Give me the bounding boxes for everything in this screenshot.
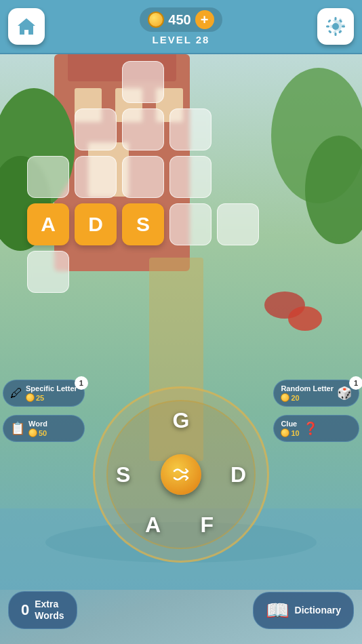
word-cost-num: 50 [39,429,47,437]
wheel-inner-ring: G S D F A [106,400,256,549]
svg-rect-19 [335,33,337,36]
wheel-letter-a: A [145,512,161,538]
specific-letter-badge: 1 [75,376,88,390]
random-cost-num: 20 [291,394,299,402]
powerup-left-group: 1 🖊 Specific Letter 25 📋 Word 50 [3,380,85,450]
specific-letter-info: Specific Letter 25 [26,384,77,402]
wheel-letter-s: S [116,462,130,487]
specific-letter-button[interactable]: 1 🖊 Specific Letter 25 [3,380,85,407]
word-button[interactable]: 📋 Word 50 [3,415,85,442]
wheel-letter-f: F [200,512,214,538]
level-label: LEVEL 28 [153,34,210,45]
grid-cell-2-3 [169,156,212,198]
coin-icon [148,12,164,28]
clue-cost: 10 [281,428,299,437]
grid-row-3: A D S [27,203,259,245]
bottom-bar: 0 ExtraWords 📖 Dictionary [0,576,362,644]
grid-cell-2-2 [122,156,164,198]
word-icon: 📋 [10,421,25,436]
home-icon [16,16,37,37]
settings-icon [325,16,346,37]
grid-cell-1-3 [169,108,212,150]
settings-button[interactable] [317,8,354,45]
svg-rect-22 [327,19,331,23]
svg-rect-20 [326,26,329,28]
grid-row-0 [27,61,259,103]
extra-words-label: ExtraWords [35,599,64,622]
home-button[interactable] [8,8,45,45]
grid-row-2 [27,156,259,198]
header-center: 450 + LEVEL 28 [140,7,222,45]
svg-rect-24 [328,30,332,34]
grid-cell-3-3 [169,203,212,245]
clue-button[interactable]: Clue 10 ❓ [273,415,359,442]
grid-cell-1-2 [122,108,164,150]
dictionary-icon: 📖 [266,599,289,622]
random-letter-icon: 🎲 [337,386,352,401]
grid-cell-4-0 [27,251,69,293]
grid-cell-3-0-a: A [27,203,69,245]
grid-cell-1-1 [75,108,117,150]
cost-coin-icon [26,393,35,402]
random-letter-button[interactable]: 1 Random Letter 20 🎲 [273,380,359,407]
extra-words-button[interactable]: 0 ExtraWords [8,591,77,629]
add-coins-button[interactable]: + [195,10,214,29]
random-letter-badge: 1 [349,376,362,390]
letter-wheel[interactable]: G S D F A [93,386,269,563]
wheel-letter-d: D [230,462,246,487]
specific-letter-cost: 25 [26,393,77,402]
wheel-outer-ring: G S D F A [93,386,269,563]
shuffle-icon [171,464,191,485]
word-info: Word 50 [28,420,47,437]
coin-amount: 450 [168,12,190,28]
shuffle-button[interactable] [161,454,201,495]
grid-cell-2-0 [27,156,69,198]
random-letter-info: Random Letter 20 [281,384,334,402]
grid-cell-2-1 [75,156,117,198]
header: 450 + LEVEL 28 [0,0,362,54]
clue-info: Clue 10 [281,420,299,437]
random-letter-label: Random Letter [281,384,334,393]
word-label: Word [28,420,47,428]
specific-letter-label: Specific Letter [26,384,77,393]
coin-bar: 450 + [140,7,222,32]
clue-icon: ❓ [303,421,318,436]
word-cost: 50 [28,428,47,437]
specific-letter-icon: 🖊 [10,386,22,401]
grid-cell-3-2-s: S [122,203,164,245]
extra-words-count: 0 [21,601,29,619]
clue-cost-num: 10 [291,429,299,437]
grid-row-1 [27,108,259,150]
word-grid: A D S [27,61,259,298]
specific-letter-cost-num: 25 [36,394,44,402]
dictionary-label: Dictionary [295,605,341,616]
grid-row-4 [27,251,259,293]
clue-cost-coin [281,428,289,437]
svg-rect-18 [335,17,337,20]
grid-cell-3-1-d: D [75,203,117,245]
powerup-right-group: 1 Random Letter 20 🎲 Clue 10 ❓ [273,380,359,450]
random-cost-coin [281,393,289,402]
grid-cell-0-2 [122,61,164,103]
grid-cell-3-4 [217,203,259,245]
game-area: A D S 1 🖊 Specific Letter 25 [0,54,362,644]
random-letter-cost: 20 [281,393,334,402]
word-cost-coin [28,428,37,437]
svg-rect-21 [342,26,345,28]
dictionary-button[interactable]: 📖 Dictionary [253,592,354,629]
clue-label: Clue [281,420,299,428]
wheel-letter-g: G [173,408,190,433]
